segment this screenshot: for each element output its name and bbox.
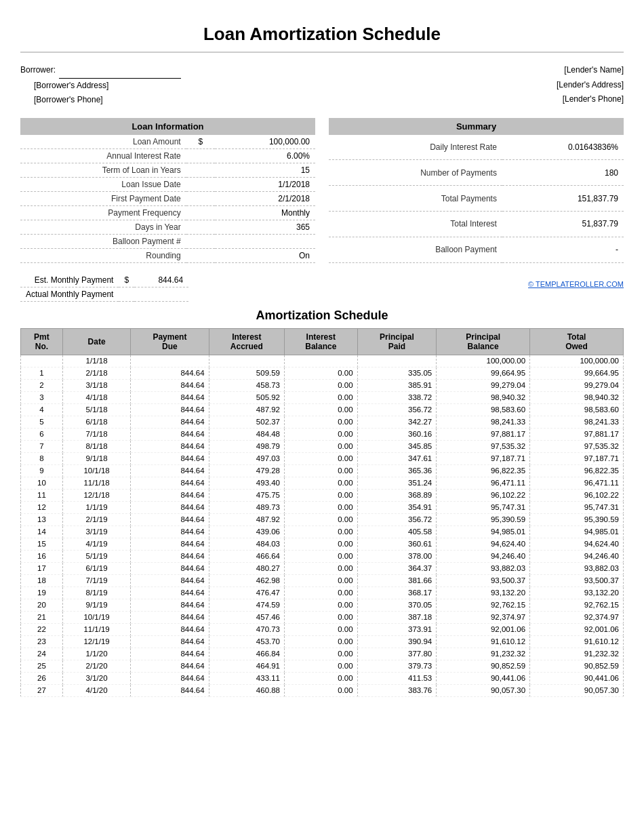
table-cell: 8/1/19 xyxy=(62,587,130,599)
table-cell: 844.64 xyxy=(131,635,209,648)
table-cell xyxy=(131,355,209,367)
table-cell: 16 xyxy=(21,550,63,562)
table-cell: 0.00 xyxy=(285,391,358,403)
table-cell: 844.64 xyxy=(131,599,209,611)
loan-info-label: Rounding xyxy=(20,248,186,262)
loan-info-label: Days in Year xyxy=(20,220,186,234)
table-cell: 844.64 xyxy=(131,440,209,452)
loan-info-row: Payment FrequencyMonthly xyxy=(20,205,315,220)
summary-row: Daily Interest Rate0.01643836% xyxy=(329,135,624,160)
table-cell: 405.58 xyxy=(357,525,437,538)
table-cell: 99,279.04 xyxy=(437,379,530,391)
table-cell: 92,374.97 xyxy=(530,611,624,623)
table-cell: 0.00 xyxy=(285,538,358,550)
table-cell: 844.64 xyxy=(131,587,209,599)
table-cell: 335.05 xyxy=(357,367,437,379)
summary-label: Total Payments xyxy=(329,186,502,212)
table-row: 252/1/20844.64464.910.00379.7390,852.599… xyxy=(21,660,624,672)
table-cell: 844.64 xyxy=(131,416,209,428)
table-cell: 90,057.30 xyxy=(530,684,624,696)
table-cell: 356.72 xyxy=(357,403,437,416)
table-cell: 10/1/18 xyxy=(62,464,130,477)
table-cell: 9 xyxy=(21,464,63,477)
loan-info-prefix xyxy=(186,177,215,191)
table-row: 910/1/18844.64479.280.00365.3696,822.359… xyxy=(21,464,624,477)
table-cell: 97,187.71 xyxy=(530,452,624,464)
table-cell: 844.64 xyxy=(131,660,209,672)
col-date: Date xyxy=(62,328,130,355)
table-cell: 90,852.59 xyxy=(530,660,624,672)
table-cell: 381.66 xyxy=(357,574,437,587)
table-cell: 844.64 xyxy=(131,538,209,550)
table-cell: 0.00 xyxy=(285,464,358,477)
est-monthly-value: 844.64 xyxy=(134,273,188,287)
table-cell: 4/1/19 xyxy=(62,538,130,550)
table-cell: 5/1/19 xyxy=(62,550,130,562)
table-cell: 383.76 xyxy=(357,684,437,696)
summary-value: 151,837.79 xyxy=(502,186,624,212)
table-cell: 4/1/18 xyxy=(62,391,130,403)
table-cell xyxy=(285,355,358,367)
payment-info-table: Est. Monthly Payment $ 844.64 Actual Mon… xyxy=(20,273,188,302)
table-cell: 91,610.12 xyxy=(530,635,624,648)
table-cell: 18 xyxy=(21,574,63,587)
table-cell: 12/1/19 xyxy=(62,635,130,648)
loan-info-prefix xyxy=(186,234,215,248)
table-cell: 370.05 xyxy=(357,599,437,611)
loan-info-value: Monthly xyxy=(215,205,315,220)
table-cell: 387.18 xyxy=(357,611,437,623)
table-cell: 10/1/19 xyxy=(62,611,130,623)
table-cell: 91,610.12 xyxy=(437,635,530,648)
summary-row: Number of Payments180 xyxy=(329,160,624,186)
col-interest-balance: InterestBalance xyxy=(285,328,358,355)
table-cell: 98,583.60 xyxy=(530,403,624,416)
table-cell: 98,940.32 xyxy=(530,391,624,403)
loan-info-value: 6.00% xyxy=(215,148,315,163)
borrower-info: Borrower: [Borrower's Address] [Borrower… xyxy=(20,63,181,108)
borrower-name-field xyxy=(59,63,181,79)
table-cell: 94,624.40 xyxy=(530,538,624,550)
table-cell: 356.72 xyxy=(357,513,437,525)
table-row: 23/1/18844.64458.730.00385.9199,279.0499… xyxy=(21,379,624,391)
table-cell: 22 xyxy=(21,623,63,635)
table-cell: 360.61 xyxy=(357,538,437,550)
table-cell: 96,471.11 xyxy=(530,477,624,489)
table-cell: 364.37 xyxy=(357,562,437,574)
table-cell: 347.61 xyxy=(357,452,437,464)
table-cell: 0.00 xyxy=(285,428,358,440)
table-cell: 0.00 xyxy=(285,379,358,391)
table-cell: 844.64 xyxy=(131,464,209,477)
table-cell: 493.40 xyxy=(209,477,284,489)
table-row: 241/1/20844.64466.840.00377.8091,232.329… xyxy=(21,648,624,660)
summary-heading: Summary xyxy=(329,118,624,135)
templateroller-link[interactable]: © TEMPLATEROLLER.COM xyxy=(528,280,624,288)
table-row: 154/1/19844.64484.030.00360.6194,624.409… xyxy=(21,538,624,550)
table-cell: 7/1/18 xyxy=(62,428,130,440)
summary-value: 51,837.79 xyxy=(502,212,624,237)
table-cell: 0.00 xyxy=(285,660,358,672)
table-row: 132/1/19844.64487.920.00356.7295,390.599… xyxy=(21,513,624,525)
table-cell: 489.73 xyxy=(209,501,284,513)
page-title: Loan Amortization Schedule xyxy=(20,14,624,53)
summary-value: 180 xyxy=(502,160,624,186)
col-interest-accrued: InterestAccrued xyxy=(209,328,284,355)
borrower-phone: [Borrower's Phone] xyxy=(34,93,181,108)
table-cell: 476.47 xyxy=(209,587,284,599)
table-cell: 411.53 xyxy=(357,672,437,684)
table-cell: 9/1/18 xyxy=(62,452,130,464)
table-cell: 20 xyxy=(21,599,63,611)
table-cell: 6/1/19 xyxy=(62,562,130,574)
loan-info-value: 1/1/2018 xyxy=(215,177,315,191)
loan-info-heading: Loan Information xyxy=(20,118,315,135)
loan-info-value: On xyxy=(215,248,315,262)
table-cell: 95,747.31 xyxy=(437,501,530,513)
info-tables: Loan Information Loan Amount$100,000.00A… xyxy=(20,118,624,263)
loan-info-prefix xyxy=(186,248,215,262)
col-principal-balance: PrincipalBalance xyxy=(437,328,530,355)
table-cell: 90,441.06 xyxy=(437,672,530,684)
table-cell: 457.46 xyxy=(209,611,284,623)
table-cell: 92,762.15 xyxy=(530,599,624,611)
table-cell: 844.64 xyxy=(131,379,209,391)
table-cell: 19 xyxy=(21,587,63,599)
table-cell: 4/1/20 xyxy=(62,684,130,696)
